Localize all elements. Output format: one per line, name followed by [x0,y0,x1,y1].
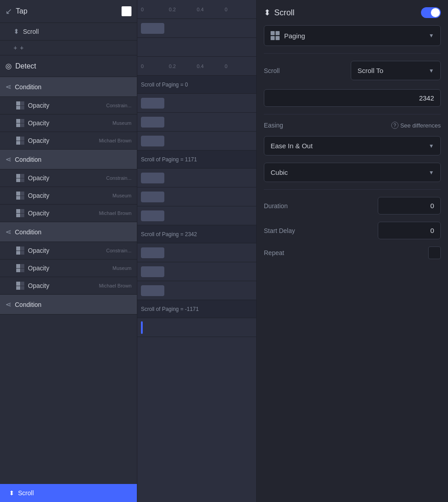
divider-2 [264,114,441,114]
opacity-sub-3-2: Museum [113,265,131,271]
opacity-icon-1-1 [16,101,24,110]
condition-text-3: Condition [15,228,41,236]
tap-icon: ↙ [5,6,12,16]
opacity-icon-1-3 [16,137,24,145]
condition-row-1[interactable]: ⋖ Condition [0,77,137,97]
divider-1 [264,53,441,54]
panel-header: ⬍ Scroll [264,7,441,18]
duration-label: Duration [264,202,288,210]
opacity-sub-1-2: Museum [113,120,131,126]
detect-icon: ◎ [5,62,12,70]
add-row[interactable]: + + [0,41,137,55]
opacity-row-2-1[interactable]: Opacity Constrain... [0,169,137,187]
condition-row-3[interactable]: ⋖ Condition [0,222,137,242]
opacity-row-1-2[interactable]: Opacity Museum [0,114,137,132]
opacity-row-2-3[interactable]: Opacity Michael Brown [0,205,137,222]
kf-row-op3-3 [137,281,256,300]
paging-icon [271,31,280,40]
opacity-label-2-2: Opacity [28,192,49,199]
cond-label-row-4: Scroll of Paging = -1171 [137,300,256,318]
opacity-label-2-1: Opacity [28,174,49,182]
opacity-sub-1-1: Constrain... [106,103,131,108]
opacity-row-3-1[interactable]: Opacity Constrain... [0,242,137,260]
cond-label-1: Scroll of Paging = 0 [141,82,188,88]
repeat-row: Repeat [264,246,441,259]
kf-row-empty1 [137,38,256,57]
scroll-field-row: Scroll Scroll To ▼ [264,61,441,80]
opacity-row-1-1[interactable]: Opacity Constrain... [0,97,137,114]
repeat-label: Repeat [264,249,284,256]
duration-value[interactable]: 0 [378,197,441,214]
opacity-row-3-3[interactable]: Opacity Michael Brown [0,277,137,295]
kf-block-op1-2 [141,117,164,128]
scroll-active-text: Scroll [18,489,34,497]
kf-row-op2-1 [137,169,256,187]
mark-1: 0.2 [169,7,197,12]
opacity-row-1-3[interactable]: Opacity Michael Brown [0,132,137,150]
paging-dropdown[interactable]: Paging ▼ [264,25,441,46]
kf-row-op3-2 [137,262,256,281]
kf-block-op2-1 [141,173,164,183]
opacity-icon-2-1 [16,174,24,182]
scroll-active-row[interactable]: ⬍ Scroll [0,484,137,502]
scroll-to-label: Scroll To [357,67,383,74]
cond-label-2: Scroll of Paging = 1171 [141,156,197,163]
add-text: + [20,44,23,51]
ease-type-dropdown[interactable]: Ease In & Out ▼ [264,136,441,155]
cubic-arrow-icon: ▼ [429,169,434,176]
scroll-toggle[interactable] [421,7,441,18]
scroll-to-dropdown[interactable]: Scroll To ▼ [351,61,441,80]
see-differences-btn[interactable]: ? See differences [391,122,441,129]
mark-2: 0.4 [197,7,225,12]
condition-icon-2: ⋖ [5,155,11,164]
repeat-checkbox[interactable] [428,246,441,259]
tap-white-square [122,6,131,16]
kf-block-scroll [141,23,164,34]
duration-row: Duration 0 [264,197,441,214]
opacity-label-3-1: Opacity [28,247,49,254]
cubic-dropdown[interactable]: Cubic ▼ [264,163,441,182]
tap-text: Tap [16,7,27,15]
opacity-icon-1-2 [16,119,24,127]
kf-row-op3-1 [137,243,256,262]
kf-row-op2-3 [137,206,256,225]
condition-icon-3: ⋖ [5,228,11,236]
opacity-icon-3-1 [16,246,24,255]
detect-row[interactable]: ◎ Detect [0,55,137,77]
paging-dropdown-left: Paging [271,31,305,40]
start-delay-value[interactable]: 0 [378,222,441,239]
opacity-sub-3-1: Constrain... [106,248,131,253]
divider-3 [264,189,441,190]
timeline-header-2: 0 0.2 0.4 0 [137,57,256,76]
cond-label-4: Scroll of Paging = -1171 [141,306,199,312]
start-delay-row: Start Delay 0 [264,222,441,239]
condition-row-2[interactable]: ⋖ Condition [0,150,137,169]
opacity-row-3-2[interactable]: Opacity Museum [0,260,137,277]
condition-text-1: Condition [15,83,41,91]
middle-panel: 0 0.2 0.4 0 0 0.2 0.4 0 Scroll of Paging… [137,0,257,502]
scroll-child-row[interactable]: ⬍ Scroll [0,23,137,41]
paging-label: Paging [284,32,305,40]
opacity-sub-2-2: Museum [113,193,131,198]
cond-label-row-3: Scroll of Paging = 2342 [137,225,256,243]
scroll-value-field[interactable]: 2342 [264,89,441,107]
opacity-sub-1-3: Michael Brown [99,138,131,143]
cond-label-3: Scroll of Paging = 2342 [141,231,197,237]
condition-text-2: Condition [15,156,41,163]
scroll-title-text: Scroll [274,8,294,18]
opacity-icon-2-3 [16,209,24,217]
ease-type-label: Ease In & Out [271,142,312,150]
scroll-child-text: Scroll [23,28,39,35]
mark2-2: 0.4 [197,64,225,69]
easing-label-row: Easing ? See differences [264,122,441,129]
condition-row-4[interactable]: ⋖ Condition [0,295,137,315]
mark2-1: 0.2 [169,64,197,69]
opacity-label-3-3: Opacity [28,282,49,289]
opacity-row-2-2[interactable]: Opacity Museum [0,187,137,205]
kf-block-op3-2 [141,266,164,277]
tap-row[interactable]: ↙ Tap [0,0,137,23]
kf-block-op3-3 [141,285,164,296]
timeline-header-1: 0 0.2 0.4 0 [137,0,256,19]
mark-3: 0 [225,7,253,12]
mark2-3: 0 [225,64,253,69]
